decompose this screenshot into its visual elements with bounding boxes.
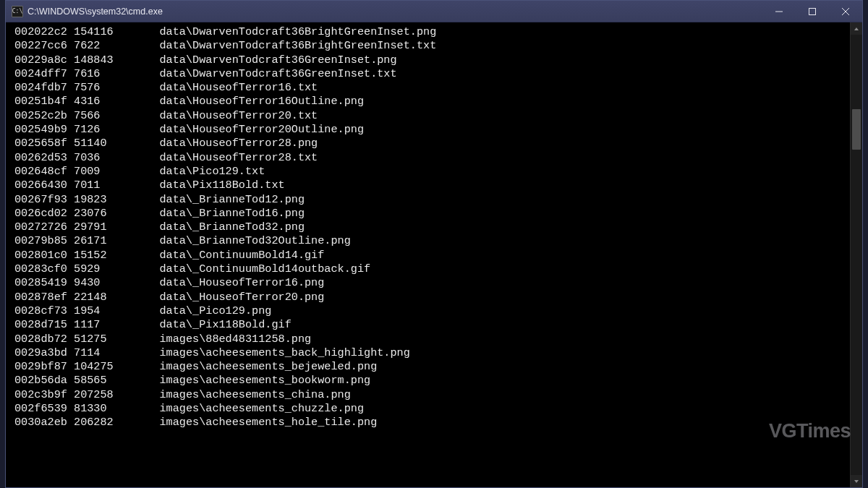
terminal-output[interactable]: 002022c2154116data\DwarvenTodcraft36Brig… <box>6 22 850 487</box>
row-path: images\acheesements_hole_tile.png <box>159 416 377 429</box>
row-address: 0029bf87 <box>14 360 74 374</box>
window-controls <box>762 1 862 22</box>
row-path: data\DwarvenTodcraft36BrightGreenInset.t… <box>159 39 436 52</box>
row-path: images\acheesements_bejeweled.png <box>159 360 377 373</box>
listing-row: 0024fdb77576data\HouseofTerror16.txt <box>14 81 850 95</box>
row-address: 0024dff7 <box>14 67 74 81</box>
listing-row: 00251b4f4316data\HouseofTerror16Outline.… <box>14 95 850 108</box>
vertical-scrollbar[interactable] <box>850 22 862 487</box>
row-size: 207258 <box>74 388 159 402</box>
row-size: 154116 <box>74 25 159 39</box>
row-path: images\acheesements_china.png <box>159 388 350 401</box>
titlebar[interactable]: C:\ C:\WINDOWS\system32\cmd.exe <box>6 1 862 22</box>
listing-row: 0028db7251275images\88ed48311258.png <box>14 333 850 346</box>
row-size: 19823 <box>74 193 159 207</box>
row-path: images\acheesements_bookworm.png <box>159 374 370 387</box>
row-size: 1954 <box>74 304 159 318</box>
listing-row: 002648cf7009data\Pico129.txt <box>14 165 850 179</box>
row-size: 7009 <box>74 165 159 179</box>
row-path: data\_ContinuumBold14.gif <box>159 249 324 262</box>
terminal-area: 002022c2154116data\DwarvenTodcraft36Brig… <box>6 22 862 487</box>
row-address: 002f6539 <box>14 402 74 416</box>
row-path: data\Pico129.txt <box>159 165 265 178</box>
row-path: data\_ContinuumBold14outback.gif <box>159 262 370 275</box>
row-address: 00252c2b <box>14 109 74 123</box>
row-address: 002549b9 <box>14 123 74 137</box>
row-address: 00227cc6 <box>14 39 74 53</box>
window-title: C:\WINDOWS\system32\cmd.exe <box>27 7 163 17</box>
row-address: 0028db72 <box>14 333 74 346</box>
listing-row: 0027272629791data\_BrianneTod32.png <box>14 221 850 234</box>
listing-row: 0029bf87104275images\acheesements_bejewe… <box>14 360 850 374</box>
row-path: data\Pix118Bold.txt <box>159 179 284 192</box>
row-path: data\_HouseofTerror16.png <box>159 276 324 289</box>
row-size: 51275 <box>74 333 159 346</box>
row-path: data\HouseofTerror28.png <box>159 137 318 150</box>
row-size: 29791 <box>74 221 159 234</box>
row-size: 7126 <box>74 123 159 137</box>
scroll-down-arrow-icon[interactable] <box>851 475 862 487</box>
row-path: data\HouseofTerror20.txt <box>159 109 318 122</box>
listing-row: 0026cd0223076data\_BrianneTod16.png <box>14 207 850 221</box>
row-size: 7622 <box>74 39 159 53</box>
row-path: data\_BrianneTod16.png <box>159 207 305 220</box>
row-address: 00229a8c <box>14 53 74 67</box>
listing-row: 0028d7151117data\_Pix118Bold.gif <box>14 318 850 332</box>
cmd-icon: C:\ <box>12 6 23 17</box>
scrollbar-thumb[interactable] <box>852 109 861 150</box>
listing-row: 0028cf731954data\_Pico129.png <box>14 304 850 318</box>
listing-row: 0029a3bd7114images\acheesements_back_hig… <box>14 346 850 360</box>
row-path: data\HouseofTerror16.txt <box>159 81 318 94</box>
row-size: 58565 <box>74 374 159 388</box>
minimize-button[interactable] <box>762 1 796 22</box>
listing-row: 002878ef22148data\_HouseofTerror20.png <box>14 291 850 304</box>
row-size: 104275 <box>74 360 159 374</box>
listing-row: 002c3b9f207258images\acheesements_china.… <box>14 388 850 402</box>
row-address: 002648cf <box>14 165 74 179</box>
row-path: data\_HouseofTerror20.png <box>159 291 324 304</box>
row-size: 51140 <box>74 137 159 150</box>
close-button[interactable] <box>829 1 862 22</box>
row-path: images\88ed48311258.png <box>159 333 311 346</box>
row-path: data\DwarvenTodcraft36GreenInset.txt <box>159 67 396 80</box>
row-size: 9430 <box>74 276 159 290</box>
row-address: 0028cf73 <box>14 304 74 318</box>
scroll-up-arrow-icon[interactable] <box>851 22 862 35</box>
row-address: 00266430 <box>14 179 74 192</box>
row-path: images\acheesements_chuzzle.png <box>159 402 364 415</box>
row-size: 5929 <box>74 262 159 276</box>
row-address: 0026cd02 <box>14 207 74 221</box>
row-address: 0025658f <box>14 137 74 150</box>
row-size: 7036 <box>74 151 159 165</box>
row-size: 7576 <box>74 81 159 95</box>
row-path: data\HouseofTerror20Outline.png <box>159 123 364 136</box>
row-address: 002022c2 <box>14 25 74 39</box>
listing-row: 0025658f51140data\HouseofTerror28.png <box>14 137 850 150</box>
listing-row: 00252c2b7566data\HouseofTerror20.txt <box>14 109 850 123</box>
row-address: 0028d715 <box>14 318 74 332</box>
listing-row: 00279b8526171data\_BrianneTod32Outline.p… <box>14 234 850 248</box>
row-path: data\DwarvenTodcraft36BrightGreenInset.p… <box>159 25 436 38</box>
row-path: data\HouseofTerror16Outline.png <box>159 95 364 108</box>
row-path: data\_BrianneTod12.png <box>159 193 305 206</box>
listing-row: 002f653981330images\acheesements_chuzzle… <box>14 402 850 416</box>
listing-row: 002854199430data\_HouseofTerror16.png <box>14 276 850 290</box>
row-path: images\acheesements_back_highlight.png <box>159 346 409 359</box>
row-size: 206282 <box>74 416 159 429</box>
row-path: data\DwarvenTodcraft36GreenInset.png <box>159 53 396 67</box>
row-size: 22148 <box>74 291 159 304</box>
row-address: 0024fdb7 <box>14 81 74 95</box>
listing-row: 0024dff77616data\DwarvenTodcraft36GreenI… <box>14 67 850 81</box>
row-address: 00251b4f <box>14 95 74 108</box>
row-size: 148843 <box>74 53 159 67</box>
row-address: 002801c0 <box>14 249 74 262</box>
row-size: 15152 <box>74 249 159 262</box>
row-path: data\_BrianneTod32Outline.png <box>159 234 350 247</box>
row-path: data\_Pico129.png <box>159 304 271 317</box>
maximize-button[interactable] <box>796 1 829 22</box>
row-address: 002b56da <box>14 374 74 388</box>
row-address: 0029a3bd <box>14 346 74 360</box>
listing-row: 002664307011data\Pix118Bold.txt <box>14 179 850 192</box>
listing-row: 002b56da58565images\acheesements_bookwor… <box>14 374 850 388</box>
row-size: 23076 <box>74 207 159 221</box>
